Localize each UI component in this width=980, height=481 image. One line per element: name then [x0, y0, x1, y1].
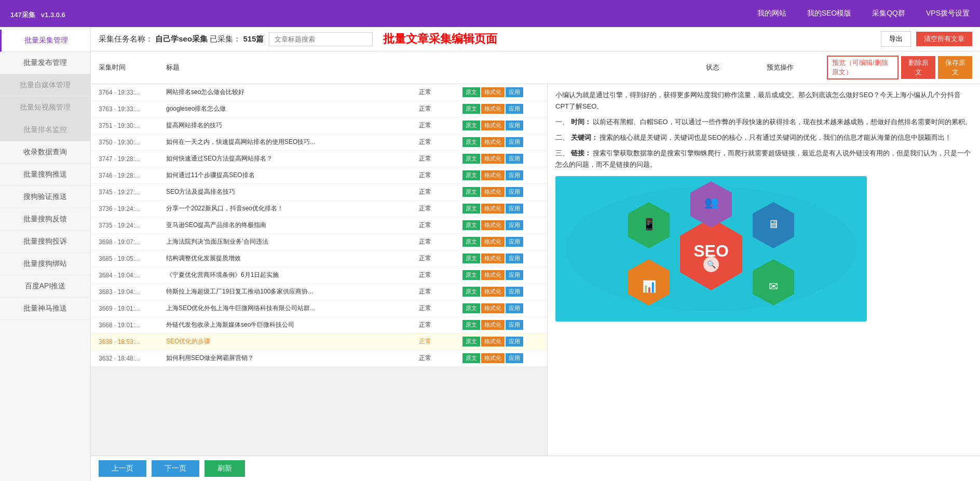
row-time: 3736 · 19:24:...	[99, 205, 166, 212]
sidebar-item-sougou-verify[interactable]: 搜狗验证推送	[0, 186, 90, 208]
table-row[interactable]: 3764 · 19:33:... 网站排名seo怎么做会比较好 正常 原文 格式…	[91, 84, 547, 101]
format-btn[interactable]: 格式化	[481, 121, 505, 130]
row-actions: 原文 格式化 应用	[446, 287, 539, 297]
section3-num: 三、	[555, 149, 569, 157]
apply-btn[interactable]: 应用	[506, 237, 523, 247]
format-btn[interactable]: 格式化	[481, 270, 505, 280]
apply-btn[interactable]: 应用	[506, 204, 523, 213]
save-original-button[interactable]: 保存原文	[938, 56, 972, 79]
apply-btn[interactable]: 应用	[506, 270, 523, 280]
clear-all-button[interactable]: 清空所有文章	[916, 32, 972, 46]
format-btn[interactable]: 格式化	[481, 337, 505, 346]
col-header-status: 状态	[692, 63, 733, 72]
search-input[interactable]	[269, 32, 373, 46]
apply-btn[interactable]: 应用	[506, 337, 523, 346]
table-row[interactable]: 3698 · 19:07:... 上海法院判决'负面压制业务'合同违法 正常 原…	[91, 234, 547, 250]
table-row[interactable]: 3745 · 19:27:... SEO方法及提高排名技巧 正常 原文 格式化 …	[91, 184, 547, 201]
format-btn[interactable]: 格式化	[481, 353, 505, 363]
table-row[interactable]: 3746 · 19:28:... 如何通过11个步骤提高SEO排名 正常 原文 …	[91, 167, 547, 184]
row-actions: 原文 格式化 应用	[446, 204, 539, 213]
sidebar-item-batch-publish[interactable]: 批量发布管理	[0, 52, 90, 74]
original-btn[interactable]: 原文	[462, 121, 480, 130]
table-row[interactable]: 3685 · 19:05:... 结构调整优化发展提质增效 正常 原文 格式化 …	[91, 250, 547, 267]
original-btn[interactable]: 原文	[462, 187, 480, 197]
export-button[interactable]: 导出	[881, 31, 911, 47]
sidebar-item-batch-collect[interactable]: 批量采集管理	[0, 30, 90, 52]
table-row[interactable]: 3763 · 19:33:... googleseo排名怎么做 正常 原文 格式…	[91, 101, 547, 117]
original-btn[interactable]: 原文	[462, 154, 480, 164]
original-btn[interactable]: 原文	[462, 87, 480, 97]
apply-btn[interactable]: 应用	[506, 187, 523, 197]
apply-btn[interactable]: 应用	[506, 104, 523, 114]
nav-seo-template[interactable]: 我的SEO模版	[807, 9, 852, 18]
original-btn[interactable]: 原文	[462, 303, 480, 313]
table-row[interactable]: 3683 · 19:04:... 特斯拉上海超级工厂19日复工推动100多家供应…	[91, 284, 547, 300]
table-row[interactable]: 3750 · 19:30:... 如何在一天之内，快速提高网站排名的使用SEO技…	[91, 134, 547, 151]
sidebar-item-sougou-push[interactable]: 批量搜狗推送	[0, 164, 90, 186]
original-btn[interactable]: 原文	[462, 137, 480, 147]
format-btn[interactable]: 格式化	[481, 154, 505, 164]
apply-btn[interactable]: 应用	[506, 121, 523, 130]
apply-btn[interactable]: 应用	[506, 353, 523, 363]
original-btn[interactable]: 原文	[462, 320, 480, 330]
sidebar-item-record-query[interactable]: 收录数据查询	[0, 141, 90, 164]
format-btn[interactable]: 格式化	[481, 87, 505, 97]
original-btn[interactable]: 原文	[462, 253, 480, 263]
refresh-button[interactable]: 刷新	[205, 460, 245, 477]
nav-vps-setting[interactable]: VPS拨号设置	[926, 9, 970, 18]
sidebar-item-sougou-complaint[interactable]: 批量搜狗投诉	[0, 231, 90, 253]
apply-btn[interactable]: 应用	[506, 137, 523, 147]
apply-btn[interactable]: 应用	[506, 170, 523, 180]
original-btn[interactable]: 原文	[462, 220, 480, 230]
original-btn[interactable]: 原文	[462, 270, 480, 280]
apply-btn[interactable]: 应用	[506, 154, 523, 164]
table-row[interactable]: 3668 · 19:01:... 外链代发包收录上海新媒体seo牛巨微科技公司 …	[91, 317, 547, 333]
format-btn[interactable]: 格式化	[481, 204, 505, 213]
format-btn[interactable]: 格式化	[481, 253, 505, 263]
original-btn[interactable]: 原文	[462, 337, 480, 346]
format-btn[interactable]: 格式化	[481, 287, 505, 297]
table-row[interactable]: 3632 · 18:48:... 如何利用SEO做全网霸屏营销？ 正常 原文 格…	[91, 350, 547, 367]
table-row[interactable]: 3747 · 19:28:... 如何快速通过SEO方法提高网站排名？ 正常 原…	[91, 151, 547, 167]
format-btn[interactable]: 格式化	[481, 137, 505, 147]
delete-original-button[interactable]: 删除原文	[901, 56, 935, 79]
original-btn[interactable]: 原文	[462, 204, 480, 213]
format-btn[interactable]: 格式化	[481, 320, 505, 330]
apply-btn[interactable]: 应用	[506, 320, 523, 330]
format-btn[interactable]: 格式化	[481, 237, 505, 247]
original-btn[interactable]: 原文	[462, 237, 480, 247]
format-btn[interactable]: 格式化	[481, 303, 505, 313]
apply-btn[interactable]: 应用	[506, 303, 523, 313]
apply-btn[interactable]: 应用	[506, 220, 523, 230]
apply-btn[interactable]: 应用	[506, 253, 523, 263]
format-btn[interactable]: 格式化	[481, 220, 505, 230]
next-page-button[interactable]: 下一页	[152, 460, 199, 477]
table-row[interactable]: 3736 · 19:24:... 分享一个2022新风口，抖音seo优化排名！ …	[91, 201, 547, 217]
format-btn[interactable]: 格式化	[481, 104, 505, 114]
table-row-highlighted[interactable]: 3638 · 18:53:... SEO优化的步骤 正常 原文 格式化 应用	[91, 333, 547, 350]
table-row[interactable]: 3684 · 19:04:... 《宁夏优化营商环境条例》6月1日起实施 正常 …	[91, 267, 547, 284]
sidebar-item-sougou-feedback[interactable]: 批量搜狗反馈	[0, 208, 90, 231]
row-actions: 原文 格式化 应用	[446, 154, 539, 164]
row-title: 上海法院判决'负面压制业务'合同违法	[166, 237, 404, 246]
row-status: 正常	[404, 287, 446, 296]
sidebar-item-shenma-push[interactable]: 批量神马推送	[0, 298, 90, 320]
nav-qq-group[interactable]: 采集QQ群	[872, 9, 905, 18]
format-btn[interactable]: 格式化	[481, 170, 505, 180]
prev-page-button[interactable]: 上一页	[99, 460, 146, 477]
nav-my-site[interactable]: 我的网站	[757, 9, 786, 18]
table-row[interactable]: 3751 · 19:30:... 提高网站排名的技巧 正常 原文 格式化 应用	[91, 117, 547, 134]
row-actions: 原文 格式化 应用	[446, 137, 539, 147]
sidebar-item-batch-rank: 批量排名监控	[0, 119, 90, 141]
table-row[interactable]: 3669 · 19:01:... 上海SEO优化外包上海牛巨微网络科技有限公司站…	[91, 300, 547, 317]
apply-btn[interactable]: 应用	[506, 87, 523, 97]
format-btn[interactable]: 格式化	[481, 187, 505, 197]
original-btn[interactable]: 原文	[462, 170, 480, 180]
original-btn[interactable]: 原文	[462, 353, 480, 363]
apply-btn[interactable]: 应用	[506, 287, 523, 297]
table-row[interactable]: 3735 · 19:24:... 亚马逊SEO提高产品排名的终极指南 正常 原文…	[91, 217, 547, 234]
sidebar-item-baidu-api[interactable]: 百度API推送	[0, 275, 90, 298]
sidebar-item-sougou-bind[interactable]: 批量搜狗绑站	[0, 253, 90, 275]
original-btn[interactable]: 原文	[462, 104, 480, 114]
original-btn[interactable]: 原文	[462, 287, 480, 297]
